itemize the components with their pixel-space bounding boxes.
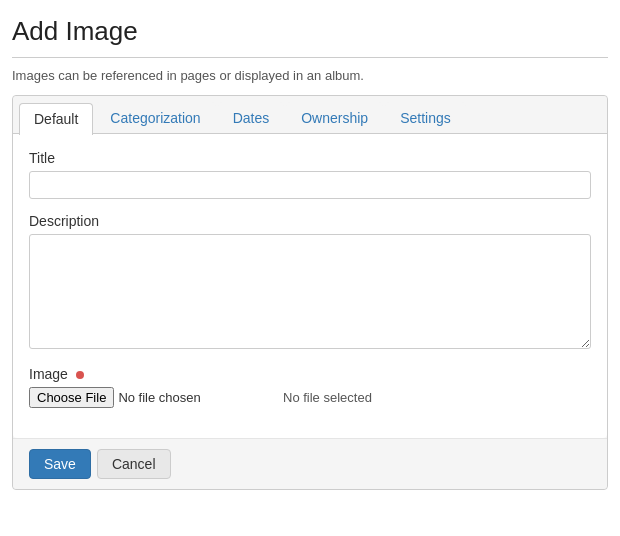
title-group: Title [29, 150, 591, 199]
tab-ownership-link[interactable]: Ownership [301, 110, 368, 126]
tab-default[interactable]: Default [19, 103, 93, 135]
page-wrapper: Add Image Images can be referenced in pa… [0, 0, 620, 502]
page-title: Add Image [12, 16, 608, 47]
tab-bar: Default Categorization Dates Ownership S… [13, 96, 607, 134]
tab-content-default: Title Description Image No file selected [13, 134, 607, 438]
image-group: Image No file selected [29, 366, 591, 408]
tab-settings[interactable]: Settings [385, 102, 466, 133]
description-textarea[interactable] [29, 234, 591, 349]
tab-settings-link[interactable]: Settings [400, 110, 451, 126]
image-file-input[interactable] [29, 387, 275, 408]
page-description: Images can be referenced in pages or dis… [12, 68, 608, 83]
description-group: Description [29, 213, 591, 352]
title-input[interactable] [29, 171, 591, 199]
file-input-wrapper: No file selected [29, 387, 591, 408]
tab-container: Default Categorization Dates Ownership S… [12, 95, 608, 490]
footer-bar: Save Cancel [13, 438, 607, 489]
tab-dates-link[interactable]: Dates [233, 110, 270, 126]
save-button[interactable]: Save [29, 449, 91, 479]
file-no-selected-text: No file selected [283, 390, 372, 405]
description-label: Description [29, 213, 591, 229]
tab-dates[interactable]: Dates [218, 102, 285, 133]
title-label: Title [29, 150, 591, 166]
image-label: Image [29, 366, 591, 382]
tab-ownership[interactable]: Ownership [286, 102, 383, 133]
cancel-button[interactable]: Cancel [97, 449, 171, 479]
page-divider [12, 57, 608, 58]
tab-categorization-link[interactable]: Categorization [110, 110, 200, 126]
tab-categorization[interactable]: Categorization [95, 102, 215, 133]
required-indicator [76, 371, 84, 379]
